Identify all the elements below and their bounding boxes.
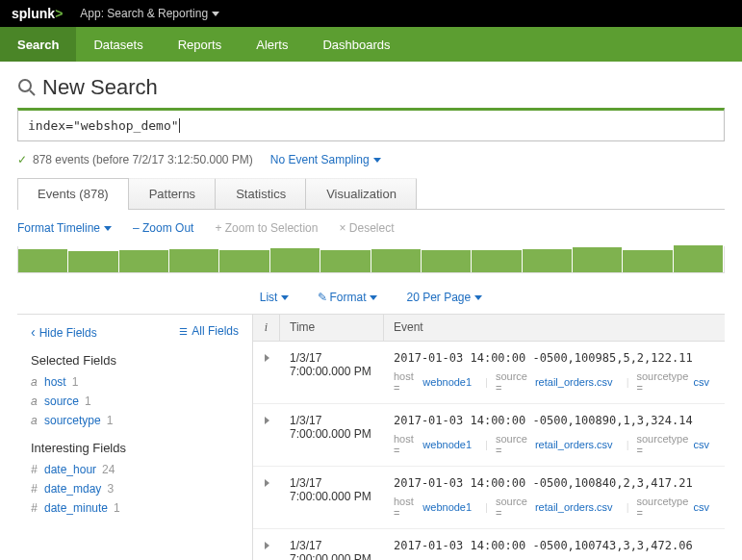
field-type-icon: # xyxy=(31,482,44,496)
field-name[interactable]: sourcetype xyxy=(44,414,101,427)
field-name[interactable]: date_mday xyxy=(44,482,101,496)
field-name[interactable]: date_hour xyxy=(44,463,96,476)
event-time: 1/3/177:00:00.000 PM xyxy=(280,529,384,560)
zoom-to-selection-button: + Zoom to Selection xyxy=(215,221,318,235)
nav-alerts[interactable]: Alerts xyxy=(239,27,305,62)
svg-point-0 xyxy=(19,80,31,91)
event-sampling-dropdown[interactable]: No Event Sampling xyxy=(270,153,381,166)
meta-source[interactable]: retail_orders.csv xyxy=(535,439,613,450)
check-icon: ✓ xyxy=(17,153,27,166)
timeline[interactable] xyxy=(17,246,725,273)
all-fields-button[interactable]: All Fields xyxy=(179,324,239,340)
app-selector[interactable]: App: Search & Reporting xyxy=(80,7,219,20)
list-view-dropdown[interactable]: List xyxy=(260,291,290,304)
event-meta: host = webnode1|source = retail_orders.c… xyxy=(394,496,715,519)
event-row: 1/3/177:00:00.000 PM2017-01-03 14:00:00 … xyxy=(253,467,725,529)
field-type-icon: a xyxy=(31,395,44,408)
field-type-icon: # xyxy=(31,501,44,515)
field-row[interactable]: asourcetype1 xyxy=(31,414,239,427)
nav-search[interactable]: Search xyxy=(0,27,76,62)
field-row[interactable]: asource1 xyxy=(31,395,239,408)
timeline-bar[interactable] xyxy=(169,249,219,272)
field-type-icon: # xyxy=(31,463,44,476)
timeline-bar[interactable] xyxy=(219,250,269,272)
timeline-bar[interactable] xyxy=(422,250,472,272)
field-name[interactable]: host xyxy=(44,375,66,389)
timeline-bar[interactable] xyxy=(371,249,422,272)
meta-host[interactable]: webnode1 xyxy=(422,439,472,450)
event-meta: host = webnode1|source = retail_orders.c… xyxy=(394,433,715,456)
result-tabs: Events (878)PatternsStatisticsVisualizat… xyxy=(17,178,725,210)
timeline-bar[interactable] xyxy=(320,250,371,272)
field-name[interactable]: date_minute xyxy=(44,501,108,515)
tab-statistics[interactable]: Statistics xyxy=(216,178,306,209)
column-info[interactable]: i xyxy=(253,315,280,341)
timeline-bar[interactable] xyxy=(18,249,68,272)
search-input[interactable]: index="webshop_demo" xyxy=(17,108,725,141)
meta-sourcetype[interactable]: csv xyxy=(694,501,710,513)
per-page-dropdown[interactable]: 20 Per Page xyxy=(406,291,482,304)
chevron-right-icon xyxy=(265,351,269,365)
meta-sourcetype[interactable]: csv xyxy=(694,439,710,450)
deselect-button: × Deselect xyxy=(339,221,394,235)
events-panel: i Time Event 1/3/177:00:00.000 PM2017-01… xyxy=(253,315,725,560)
event-raw[interactable]: 2017-01-03 14:00:00 -0500,100890,1,3,324… xyxy=(394,414,715,427)
event-meta: host = webnode1|source = retail_orders.c… xyxy=(394,370,715,394)
tab-visualization[interactable]: Visualization xyxy=(306,178,417,209)
nav-reports[interactable]: Reports xyxy=(161,27,240,62)
meta-host[interactable]: webnode1 xyxy=(422,376,472,388)
event-row: 1/3/177:00:00.000 PM2017-01-03 14:00:00 … xyxy=(253,404,725,467)
field-row[interactable]: #date_hour24 xyxy=(31,463,239,476)
field-type-icon: a xyxy=(31,375,44,389)
field-row[interactable]: #date_minute1 xyxy=(31,501,239,515)
timeline-bar[interactable] xyxy=(523,249,573,272)
meta-sourcetype[interactable]: csv xyxy=(694,376,710,388)
format-timeline-dropdown[interactable]: Format Timeline xyxy=(17,221,112,235)
event-row: 1/3/177:00:00.000 PM2017-01-03 14:00:00 … xyxy=(253,342,725,404)
chevron-right-icon xyxy=(265,414,269,427)
event-raw[interactable]: 2017-01-03 14:00:00 -0500,100985,5,2,122… xyxy=(394,351,715,365)
field-count: 1 xyxy=(72,375,79,389)
event-raw[interactable]: 2017-01-03 14:00:00 -0500,100743,3,3,472… xyxy=(394,539,715,552)
field-count: 1 xyxy=(114,501,120,515)
search-title-row: New Search xyxy=(17,75,725,100)
timeline-bar[interactable] xyxy=(573,247,623,272)
expand-row-button[interactable] xyxy=(253,467,280,528)
format-dropdown[interactable]: Format xyxy=(318,291,377,304)
field-count: 24 xyxy=(102,463,115,476)
tab-patterns[interactable]: Patterns xyxy=(129,178,216,209)
field-row[interactable]: #date_mday3 xyxy=(31,482,239,496)
event-time: 1/3/177:00:00.000 PM xyxy=(280,342,384,403)
column-time[interactable]: Time xyxy=(280,315,384,341)
timeline-bar[interactable] xyxy=(270,248,320,272)
event-time: 1/3/177:00:00.000 PM xyxy=(280,404,384,466)
nav-dashboards[interactable]: Dashboards xyxy=(305,27,407,62)
field-name[interactable]: source xyxy=(44,395,79,408)
event-time: 1/3/177:00:00.000 PM xyxy=(280,467,384,528)
meta-source[interactable]: retail_orders.csv xyxy=(535,501,613,513)
field-row[interactable]: ahost1 xyxy=(31,375,239,389)
meta-host[interactable]: webnode1 xyxy=(422,501,472,513)
meta-source[interactable]: retail_orders.csv xyxy=(535,376,613,388)
chevron-right-icon xyxy=(265,476,269,490)
expand-row-button[interactable] xyxy=(253,404,280,466)
timeline-bar[interactable] xyxy=(623,250,673,272)
fields-panel: Hide Fields All Fields Selected Fields a… xyxy=(17,315,253,560)
expand-row-button[interactable] xyxy=(253,529,280,560)
timeline-bar[interactable] xyxy=(472,250,522,272)
timeline-bar[interactable] xyxy=(119,250,169,272)
search-icon xyxy=(17,78,37,97)
expand-row-button[interactable] xyxy=(253,342,280,403)
timeline-bar[interactable] xyxy=(68,251,118,272)
timeline-bar[interactable] xyxy=(674,245,724,272)
topbar: splunk> App: Search & Reporting xyxy=(0,0,742,27)
hide-fields-button[interactable]: Hide Fields xyxy=(31,324,97,340)
navbar: SearchDatasetsReportsAlertsDashboards xyxy=(0,27,742,62)
logo: splunk> xyxy=(12,6,63,21)
nav-datasets[interactable]: Datasets xyxy=(76,27,160,62)
event-raw[interactable]: 2017-01-03 14:00:00 -0500,100840,2,3,417… xyxy=(394,476,715,490)
tab-events-[interactable]: Events (878) xyxy=(17,178,129,210)
result-count: 878 events (before 7/2/17 3:12:50.000 PM… xyxy=(33,153,253,166)
zoom-out-button[interactable]: – Zoom Out xyxy=(133,221,193,235)
field-count: 1 xyxy=(107,414,114,427)
